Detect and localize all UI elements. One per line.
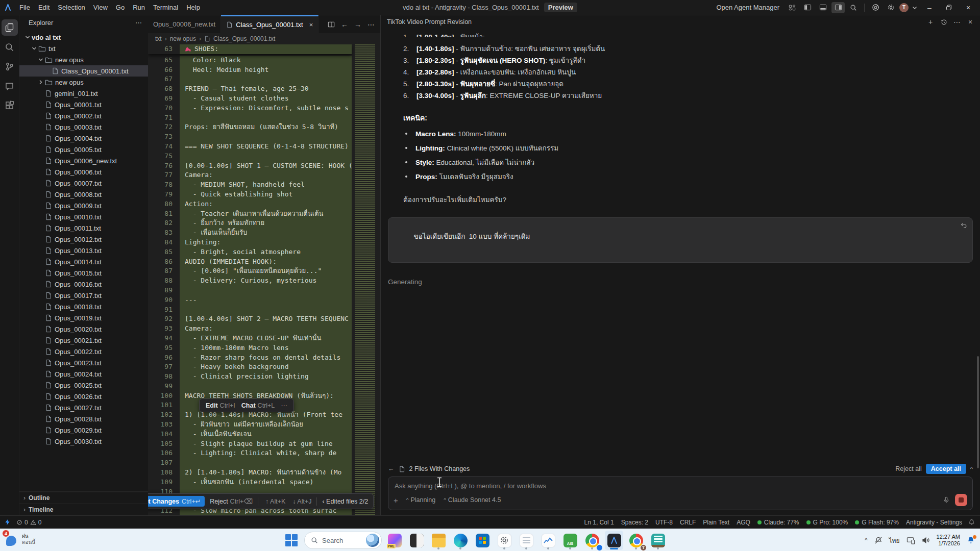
account-chevron-down-icon[interactable] bbox=[911, 2, 919, 13]
tree-item[interactable]: Opus_00003.txt bbox=[19, 121, 148, 133]
minimap[interactable] bbox=[352, 44, 380, 515]
code-line[interactable]: 87 - [0.00s] "เพื่อนถอยหนีตอนคุยด้วย..." bbox=[148, 266, 352, 276]
tree-item[interactable]: Opus_00025.txt bbox=[19, 380, 148, 391]
problems-indicator[interactable]: 0 0 bbox=[16, 519, 41, 526]
code-line[interactable]: 1082) [1.40-1.80s] MACRO: ฟันกรามด้านข้า… bbox=[148, 468, 352, 478]
preview-badge[interactable]: Preview bbox=[544, 3, 577, 12]
collapse-chevron-icon[interactable]: ^ bbox=[970, 466, 973, 472]
code-line[interactable]: 77Camera: bbox=[148, 170, 352, 180]
status-item[interactable]: G Flash: 97% bbox=[855, 519, 899, 526]
tree-item[interactable]: Opus_00011.txt bbox=[19, 222, 148, 234]
tree-item[interactable]: Opus_00012.txt bbox=[19, 234, 148, 245]
code-line[interactable]: 97 - Heavy bokeh background bbox=[148, 362, 352, 372]
code-line[interactable]: 109 - เห็นซอกฟัน (interdental space) bbox=[148, 478, 352, 487]
tree-item[interactable]: Opus_00007.txt bbox=[19, 178, 148, 189]
code-line[interactable]: 80Action: bbox=[148, 199, 352, 209]
weather-widget[interactable]: 4 ฝน ตอนนี้ bbox=[5, 532, 35, 547]
stop-generation-button[interactable] bbox=[955, 494, 967, 506]
toggle-secondary-sidebar-icon[interactable] bbox=[831, 2, 845, 13]
tree-item[interactable]: new opus bbox=[19, 77, 148, 88]
new-chat-icon[interactable]: + bbox=[925, 16, 936, 28]
taskbar-search[interactable]: Search bbox=[304, 532, 382, 549]
premiere-app-icon[interactable]: PRE bbox=[385, 531, 404, 550]
code-line[interactable]: 86AUDIO (IMMEDIATE HOOK): bbox=[148, 257, 352, 267]
code-line[interactable]: 70 - Expression: Discomfort, subtle nose… bbox=[148, 104, 352, 113]
menu-item[interactable]: Terminal bbox=[149, 2, 182, 13]
tree-item[interactable]: Opus_00029.txt bbox=[19, 424, 148, 436]
antigravity-app-icon[interactable] bbox=[605, 531, 623, 550]
code-line[interactable]: 92[1.00-4.00s] SHOT 2 — MACRO TEETH SEQU… bbox=[148, 314, 352, 324]
settings-gear-icon[interactable] bbox=[884, 2, 897, 13]
tree-item[interactable]: Class_Opus_00001.txt bbox=[19, 65, 148, 77]
code-line[interactable]: 90--- bbox=[148, 295, 352, 305]
search-icon[interactable] bbox=[847, 2, 860, 13]
code-line[interactable]: 68FRIEND — Thai female, age 25–30 bbox=[148, 84, 352, 94]
chat-scrollbar[interactable] bbox=[977, 356, 979, 468]
tree-item[interactable]: Opus_00006_new.txt bbox=[19, 155, 148, 166]
status-item[interactable]: G Pro: 100% bbox=[806, 519, 848, 526]
remote-indicator-icon[interactable] bbox=[0, 516, 14, 529]
code-line[interactable]: 69 - Casual student clothes bbox=[148, 94, 352, 104]
code-line[interactable]: 82 - ยิ้มกว้าง พร้อมทักทาย bbox=[148, 218, 352, 228]
document-app-icon[interactable] bbox=[649, 531, 667, 550]
tree-item[interactable]: gemini_001.txt bbox=[19, 88, 148, 99]
code-line[interactable]: 96 - Razor sharp focus on dental details bbox=[148, 353, 352, 363]
tree-item[interactable]: Opus_00021.txt bbox=[19, 335, 148, 346]
cast-display-icon[interactable] bbox=[906, 537, 915, 544]
code-line[interactable]: 71 bbox=[148, 113, 352, 123]
chat-action[interactable]: ChatCtrl+L bbox=[241, 402, 275, 409]
code-line[interactable]: 81 - Teacher เดินมาหาเพื่อนด้วยความตื่นเ… bbox=[148, 209, 352, 219]
search-activity-icon[interactable] bbox=[2, 39, 18, 55]
tree-item[interactable]: Opus_00006.txt bbox=[19, 166, 148, 178]
account-avatar[interactable]: T bbox=[899, 3, 909, 12]
extensions-activity-icon[interactable] bbox=[2, 97, 18, 113]
tree-item[interactable]: Opus_00005.txt bbox=[19, 144, 148, 155]
keyboard-language-indicator[interactable]: ไทย bbox=[889, 536, 900, 545]
outline-section[interactable]: ›Outline bbox=[19, 492, 148, 504]
status-item[interactable]: Plain Text bbox=[703, 519, 729, 526]
code-line[interactable]: 99 bbox=[148, 382, 352, 391]
collapse-left-icon[interactable]: ← bbox=[388, 465, 395, 472]
tree-item[interactable]: Opus_00002.txt bbox=[19, 110, 148, 121]
code-line[interactable]: 67 bbox=[148, 74, 352, 84]
menu-item[interactable]: Go bbox=[112, 2, 129, 13]
code-line[interactable]: 106 - Lighting: Clinical white, sharp de bbox=[148, 448, 352, 458]
tree-item[interactable]: Opus_00026.txt bbox=[19, 391, 148, 402]
menu-item[interactable]: Help bbox=[182, 2, 204, 13]
status-item[interactable]: AGQ bbox=[737, 519, 750, 526]
code-line[interactable]: 98 - Clinical precision lighting bbox=[148, 372, 352, 382]
timeline-section[interactable]: ›Timeline bbox=[19, 504, 148, 515]
status-item[interactable]: Spaces: 2 bbox=[621, 519, 648, 526]
notifications-bell-icon[interactable] bbox=[968, 519, 975, 525]
tree-item[interactable]: vdo ai txt bbox=[19, 32, 148, 43]
toggle-panel-icon[interactable] bbox=[816, 2, 829, 13]
code-line[interactable]: 66 Heel: Medium height bbox=[148, 65, 352, 75]
reject-all-button[interactable]: Reject all bbox=[895, 465, 921, 472]
mic-icon[interactable] bbox=[943, 496, 950, 504]
navigate-back-icon[interactable]: ← bbox=[338, 18, 351, 31]
code-line[interactable]: 74=== NEW SHOT SEQUENCE (0-1-4-8 STRUCTU… bbox=[148, 142, 352, 152]
code-line[interactable]: 105 - Slight plaque buildup at gum line bbox=[148, 439, 352, 449]
do-not-disturb-icon[interactable] bbox=[874, 536, 883, 544]
chrome-profile1-icon[interactable] bbox=[583, 531, 601, 550]
tree-item[interactable]: Opus_00024.txt bbox=[19, 368, 148, 380]
edge-browser-icon[interactable] bbox=[451, 531, 470, 550]
more-actions-icon[interactable]: ⋯ bbox=[365, 18, 377, 31]
code-line[interactable]: 78 - MEDIUM SHOT, handheld feel bbox=[148, 180, 352, 190]
code-editor[interactable]: 63 SHOES: 65 Color: Black 66 Heel: Mediu… bbox=[148, 44, 380, 515]
close-tab-icon[interactable]: × bbox=[309, 21, 313, 29]
code-line[interactable]: 79 - Quick establishing shot bbox=[148, 190, 352, 199]
open-agent-manager-button[interactable]: Open Agent Manager bbox=[716, 4, 779, 11]
history-icon[interactable] bbox=[938, 16, 949, 28]
tab-class-opus-00001[interactable]: Class_Opus_00001.txt × bbox=[221, 15, 318, 33]
tree-item[interactable]: Opus_00014.txt bbox=[19, 256, 148, 267]
accept-all-button[interactable]: Accept all bbox=[926, 464, 966, 474]
code-line[interactable]: 72Props: ยาสีฟันขอหอม (แสดงในช่วง 5-8 วิ… bbox=[148, 122, 352, 132]
volume-icon[interactable] bbox=[922, 537, 930, 544]
edited-files-nav[interactable]: ‹ Edited files 2/2 bbox=[322, 498, 368, 505]
sticky-scroll-line[interactable]: 63 SHOES: bbox=[148, 44, 352, 54]
start-button[interactable] bbox=[282, 531, 301, 550]
tree-item[interactable]: Opus_00018.txt bbox=[19, 301, 148, 312]
menu-item[interactable]: Edit bbox=[34, 2, 54, 13]
tree-item[interactable]: Opus_00004.txt bbox=[19, 133, 148, 144]
